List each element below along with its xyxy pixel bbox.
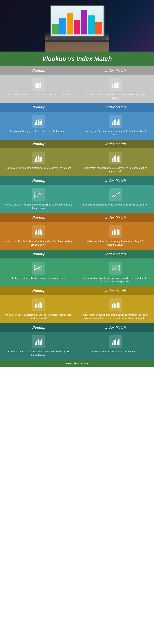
- svg-rect-20: [118, 119, 119, 124]
- svg-rect-26: [41, 156, 42, 161]
- section-3-right-header: Index Match: [77, 140, 154, 148]
- section-8-left-icon-wrapper: [32, 335, 45, 348]
- svg-rect-30: [115, 155, 116, 161]
- svg-rect-56: [112, 231, 113, 235]
- section-3-right-text: Index Match can lookup the values from L…: [82, 166, 149, 173]
- svg-rect-32: [118, 156, 119, 161]
- section-7-header: Vlookup Index Match: [0, 286, 154, 295]
- svg-rect-52: [38, 230, 39, 235]
- svg-rect-71: [113, 302, 115, 308]
- section-6-left-text: Vlookup is not friendly when it comes to…: [11, 276, 66, 280]
- svg-rect-23: [36, 156, 37, 161]
- svg-point-45: [116, 193, 117, 194]
- chart-bar: [59, 18, 66, 34]
- section-4-left-header: Vlookup: [0, 176, 77, 185]
- footer-url: www.educba.com: [66, 362, 88, 365]
- svg-rect-57: [113, 230, 115, 235]
- svg-rect-79: [40, 340, 41, 345]
- svg-rect-11: [36, 120, 37, 124]
- section-5-left-icon-wrapper: [32, 225, 45, 238]
- svg-rect-77: [36, 341, 37, 345]
- section-1-right-text: Index Match uses the dynamic data ranges…: [82, 93, 149, 100]
- section-8-right: Index Match is usually faster than the V…: [77, 332, 154, 360]
- section-8-content: Vlookup is not as fast as Index Match wh…: [0, 332, 154, 360]
- svg-point-44: [114, 196, 115, 197]
- section-4-content: Vlookup only can lookup through vertical…: [0, 185, 154, 213]
- section-2-right-text: Inserting or deleting a column does not …: [82, 130, 149, 136]
- section-5-left-header: Vlookup: [0, 213, 77, 222]
- section-2-left-icon-wrapper: [32, 115, 45, 128]
- section-2-left-header: Vlookup: [0, 103, 77, 112]
- svg-rect-59: [117, 229, 118, 235]
- hero-laptop: [45, 5, 109, 47]
- section-3-content: Vlookup can only be used for looking up …: [0, 148, 154, 176]
- section-6-left-icon-wrapper: [32, 262, 45, 274]
- laptop-base: [48, 37, 106, 40]
- svg-rect-17: [113, 120, 115, 124]
- section-5-right-header: Index Match: [77, 213, 154, 222]
- chart-bar: [74, 20, 80, 34]
- laptop-bottom: [45, 40, 109, 42]
- svg-rect-53: [40, 229, 41, 235]
- section-8: Vlookup Index Match Vlookup is not as fa…: [0, 323, 154, 360]
- chart-bar: [52, 24, 59, 34]
- section-8-left: Vlookup is not as fast as Index Match wh…: [0, 332, 77, 360]
- svg-rect-3: [40, 82, 41, 88]
- section-3-left-icon-wrapper: [32, 152, 45, 164]
- line-chart-icon: [34, 191, 42, 199]
- section-1-header: Vlookup Index Match: [0, 66, 154, 75]
- section-4-left-icon-wrapper: [32, 188, 45, 201]
- section-1-left-icon-wrapper: [32, 78, 45, 91]
- svg-rect-28: [112, 158, 113, 161]
- bar-chart-gold-icon: [34, 301, 42, 309]
- svg-rect-10: [35, 122, 36, 124]
- section-4: Vlookup Index Match Vlookup only can loo…: [0, 176, 154, 213]
- section-2-left-text: Inserting or Deleting a column affects t…: [10, 130, 67, 133]
- svg-rect-50: [35, 231, 36, 235]
- section-7-left: Vlookup is easy to understand as well as…: [0, 295, 77, 323]
- section-5-right: Index Match does not posses any limit of…: [77, 222, 154, 250]
- svg-rect-51: [36, 230, 37, 235]
- section-7-right-icon-wrapper: [109, 298, 122, 311]
- section-7-content: Vlookup is easy to understand as well as…: [0, 295, 154, 323]
- section-1-left-header: Vlookup: [0, 66, 77, 75]
- title-section: Vlookup vs Index Match: [0, 52, 154, 66]
- section-6-content: Vlookup is not friendly when it comes to…: [0, 258, 154, 286]
- section-1-right-header: Index Match: [77, 66, 154, 75]
- section-5-right-text: Index Match does not posses any limit of…: [82, 240, 149, 246]
- section-6-right-icon-wrapper: [109, 262, 122, 274]
- trend-up-bars-icon-2: [112, 338, 120, 346]
- svg-rect-80: [41, 339, 42, 345]
- chart-bar: [81, 10, 88, 34]
- svg-rect-58: [115, 230, 116, 235]
- section-8-left-header: Vlookup: [0, 323, 77, 332]
- section-5-header: Vlookup Index Match: [0, 213, 154, 222]
- section-1: Vlookup Index Match Vlookup uses the sta…: [0, 66, 154, 103]
- section-4-right-header: Index Match: [77, 176, 154, 185]
- svg-rect-68: [41, 303, 42, 308]
- section-2-right: Inserting or deleting a column does not …: [77, 112, 154, 140]
- section-3-left: Vlookup can only be used for looking up …: [0, 148, 77, 176]
- bar-chart-small-icon: [34, 117, 42, 125]
- svg-rect-13: [40, 120, 41, 124]
- section-2: Vlookup Index Match Inserting or Deletin…: [0, 103, 154, 140]
- section-1-right: Index Match uses the dynamic data ranges…: [77, 75, 154, 103]
- svg-rect-0: [35, 84, 36, 88]
- section-1-right-icon-wrapper: [109, 78, 122, 91]
- section-1-left: Vlookup uses the static data reference w…: [0, 75, 77, 103]
- section-4-right-icon-wrapper: [109, 188, 122, 201]
- section-6-header: Vlookup Index Match: [0, 250, 154, 258]
- section-4-left: Vlookup only can lookup through vertical…: [0, 185, 77, 213]
- section-7-right-text: Index Match is hard to understand as wel…: [82, 313, 149, 320]
- section-3-left-header: Vlookup: [0, 140, 77, 148]
- bar-chart-orange-icon-2: [112, 228, 120, 236]
- svg-rect-76: [35, 342, 36, 345]
- svg-rect-73: [117, 302, 118, 308]
- page-title: Vlookup vs Index Match: [3, 56, 151, 62]
- section-3-right: Index Match can lookup the values from L…: [77, 148, 154, 176]
- section-6-right-header: Index Match: [77, 250, 154, 258]
- svg-point-43: [113, 195, 113, 196]
- section-6-right: Index Match is more friendly when it com…: [77, 258, 154, 286]
- svg-rect-2: [38, 84, 40, 88]
- svg-rect-12: [38, 119, 39, 124]
